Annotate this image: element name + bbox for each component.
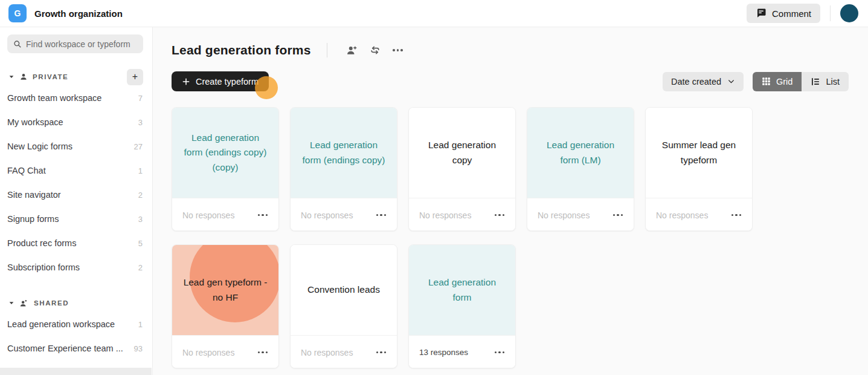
responses-count: No responses: [182, 348, 234, 357]
user-avatar[interactable]: [840, 4, 858, 22]
sidebar-section-label: SHARED: [34, 299, 69, 307]
list-icon: [811, 77, 820, 86]
typeform-card[interactable]: Lead generation copy No responses: [408, 107, 516, 231]
sidebar-item[interactable]: Site navigator 2: [0, 183, 152, 207]
list-label: List: [826, 77, 840, 86]
typeform-card-footer: No responses: [291, 198, 397, 231]
ellipsis-icon: [495, 351, 505, 354]
typeform-card-body: Lead generation form (endings copy) (cop…: [172, 108, 278, 198]
grid-label: Grid: [776, 77, 792, 86]
typeform-card-title: Lead generation form (endings copy) (cop…: [183, 131, 268, 174]
ellipsis-icon: [258, 351, 268, 354]
typeform-card[interactable]: Lead gen typeform - no HF No responses: [172, 244, 279, 368]
sidebar-item-count: 7: [138, 94, 143, 103]
org-logo-letter: G: [14, 8, 21, 18]
typeform-card-footer: 13 responses: [409, 335, 515, 368]
header-divider: [327, 43, 327, 57]
typeform-card-footer: No responses: [646, 198, 752, 231]
sidebar-item-count: 2: [138, 263, 143, 272]
sidebar-section: PRIVATE + Growth team workspace 7 My wor…: [0, 68, 152, 279]
typeform-card-body: Lead generation form (endings copy): [291, 108, 397, 198]
sidebar-item[interactable]: New Logic forms 27: [0, 134, 152, 158]
sidebar-item[interactable]: Growth team workspace 7: [0, 86, 152, 110]
sync-button[interactable]: [364, 42, 387, 58]
comment-button[interactable]: Comment: [747, 4, 820, 23]
sidebar-item-label: Signup forms: [7, 214, 59, 224]
sidebar-item-label: Site navigator: [7, 190, 61, 200]
typeform-card[interactable]: Lead generation form (endings copy) No r…: [290, 107, 397, 231]
main-content: Lead generation forms: [153, 27, 868, 375]
sidebar-section-label: PRIVATE: [33, 73, 68, 80]
typeform-card-title: Convention leads: [307, 282, 380, 297]
sort-dropdown[interactable]: Date created: [663, 72, 744, 91]
typeform-card[interactable]: Lead generation form (endings copy) (cop…: [172, 107, 279, 231]
typeform-card-footer: No responses: [172, 198, 278, 231]
create-typeform-button[interactable]: Create typeform: [172, 71, 269, 91]
sidebar-item[interactable]: My workspace 3: [0, 110, 152, 134]
invite-member-button[interactable]: [341, 42, 364, 58]
sidebar-item-count: 1: [138, 320, 143, 329]
sidebar-item[interactable]: Lead generation workspace 1: [0, 312, 152, 336]
typeform-card[interactable]: Lead generation form (LM) No responses: [527, 107, 634, 231]
sidebar-item[interactable]: Subscription forms 2: [0, 255, 152, 279]
typeform-card[interactable]: Lead generation form 13 responses: [408, 244, 516, 368]
sidebar-item[interactable]: Signup forms 3: [0, 207, 152, 231]
sidebar-item-count: 1: [138, 166, 143, 175]
sidebar: PRIVATE + Growth team workspace 7 My wor…: [0, 27, 153, 375]
chevron-down-icon: [727, 77, 735, 85]
sidebar-sections: PRIVATE + Growth team workspace 7 My wor…: [0, 68, 152, 360]
caret-down-icon: [8, 74, 14, 80]
responses-count: No responses: [538, 210, 590, 220]
sidebar-item-count: 27: [134, 142, 143, 151]
forms-grid: Lead generation form (endings copy) (cop…: [172, 107, 849, 368]
sort-label: Date created: [671, 77, 721, 86]
card-more-button[interactable]: [256, 212, 271, 219]
sidebar-item[interactable]: Customer Experience team ... 93: [0, 336, 152, 360]
sidebar-section-header[interactable]: SHARED: [0, 294, 152, 312]
typeform-card-body: Lead generation form: [409, 245, 515, 335]
card-more-button[interactable]: [611, 212, 626, 219]
sidebar-item[interactable]: FAQ Chat 1: [0, 158, 152, 183]
card-more-button[interactable]: [374, 349, 389, 356]
comment-icon: [756, 8, 767, 19]
workspace-more-button[interactable]: [387, 42, 410, 58]
ellipsis-icon: [376, 351, 387, 354]
typeform-card[interactable]: Convention leads No responses: [290, 244, 397, 368]
responses-count: No responses: [301, 348, 353, 357]
person-icon: [19, 73, 28, 81]
card-more-button[interactable]: [492, 349, 507, 356]
sync-icon: [369, 44, 381, 56]
org-logo[interactable]: G: [8, 4, 27, 22]
add-workspace-button[interactable]: +: [127, 69, 143, 85]
sidebar-item[interactable]: Product rec forms 5: [0, 231, 152, 255]
app-window: G Growth organization Comment: [0, 0, 868, 375]
sidebar-item-count: 93: [134, 344, 143, 353]
search-input[interactable]: [26, 39, 137, 49]
plus-icon: [182, 77, 190, 86]
topbar-divider: [830, 5, 831, 21]
typeform-card-footer: No responses: [172, 335, 278, 368]
sidebar-item-count: 2: [138, 191, 143, 200]
sidebar-item-count: 3: [138, 215, 143, 224]
card-more-button[interactable]: [374, 212, 389, 219]
typeform-card-title: Lead generation form (endings copy): [301, 138, 386, 167]
responses-count: No responses: [419, 210, 471, 220]
card-more-button[interactable]: [729, 212, 744, 219]
sidebar-section: SHARED Lead generation workspace 1 Custo…: [0, 294, 152, 360]
caret-down-icon: [8, 300, 14, 306]
workspace-search[interactable]: [7, 34, 143, 53]
sidebar-item-partial[interactable]: [0, 368, 152, 375]
sidebar-item-label: My workspace: [7, 117, 63, 127]
grid-icon: [762, 77, 771, 86]
sidebar-item-label: Product rec forms: [7, 238, 76, 248]
typeform-card[interactable]: Summer lead gen typeform No responses: [645, 107, 753, 231]
responses-count: No responses: [656, 210, 708, 220]
list-view-button[interactable]: List: [802, 72, 849, 91]
grid-view-button[interactable]: Grid: [753, 72, 802, 91]
typeform-card-title: Summer lead gen typeform: [657, 138, 741, 167]
comment-label: Comment: [772, 8, 811, 19]
card-more-button[interactable]: [256, 349, 271, 356]
card-more-button[interactable]: [492, 212, 507, 219]
org-name: Growth organization: [34, 8, 123, 19]
sidebar-section-header[interactable]: PRIVATE +: [0, 68, 152, 86]
